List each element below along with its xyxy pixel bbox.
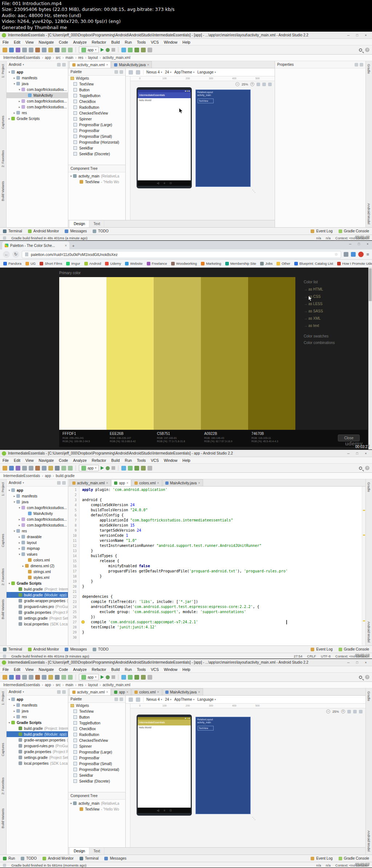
tool-window-button[interactable]: Terminal xyxy=(3,647,22,651)
toolbar-icon[interactable] xyxy=(61,48,66,52)
tree-item[interactable]: ▸ manifests xyxy=(7,493,68,499)
color-swatch[interactable] xyxy=(201,277,248,430)
close-button[interactable]: × xyxy=(361,32,370,39)
device-preview[interactable]: IntermediateEssentials Hello World! ◁○□ xyxy=(137,715,192,816)
breadcrumb-item[interactable]: app xyxy=(40,56,51,60)
debug-button[interactable] xyxy=(106,675,110,679)
tool-window-button[interactable]: Event Log xyxy=(311,856,332,860)
tree-item[interactable]: ▸ dimens.xml (2) xyxy=(7,563,68,569)
tab-close-icon[interactable]: × xyxy=(106,481,108,485)
tree-item[interactable]: ▸ mipmap xyxy=(7,545,68,551)
toolbar-icon[interactable] xyxy=(48,675,53,680)
tree-item[interactable]: gradle.properties (Project Properties) xyxy=(7,609,68,615)
tree-item[interactable]: ▸ res xyxy=(7,714,68,720)
language-selector[interactable]: Language xyxy=(197,70,216,74)
toolbar-icon[interactable] xyxy=(147,466,152,471)
expand-arrow-icon[interactable]: ▾ xyxy=(7,582,11,585)
tool-window-button[interactable]: Android Monitor xyxy=(28,647,59,651)
menu-item[interactable]: Run xyxy=(122,667,134,672)
tool-window-button[interactable]: 2: Favorites xyxy=(1,568,5,585)
toolbar-icon[interactable] xyxy=(68,675,73,680)
android-model-tool-button[interactable]: Android Model xyxy=(367,831,371,852)
tree-item[interactable]: ▸ manifests xyxy=(7,702,68,708)
menu-item[interactable]: Help xyxy=(180,667,193,672)
menu-item[interactable]: Build xyxy=(109,458,122,463)
breadcrumb-item[interactable]: res xyxy=(73,56,83,60)
expand-arrow-icon[interactable]: ▸ xyxy=(12,76,16,80)
toolbar-icon[interactable] xyxy=(3,48,7,52)
editor-tab[interactable]: activity_main.xml × xyxy=(69,61,111,68)
menu-item[interactable]: Tools xyxy=(134,458,149,463)
toolbar-icon[interactable] xyxy=(29,48,33,52)
palette-item[interactable]: TextView xyxy=(68,81,125,87)
tree-item[interactable]: ▸ com.bagoftricksstudios... xyxy=(7,522,68,528)
breadcrumb-item[interactable]: IntermediateEssentials xyxy=(3,474,40,478)
breadcrumb-item[interactable]: app xyxy=(40,474,51,478)
palette-item[interactable]: ProgressBar (Large) xyxy=(68,122,125,128)
device-selector[interactable]: Nexus 4 xyxy=(146,70,162,74)
menu-item[interactable]: File xyxy=(0,40,11,44)
palette-item[interactable]: RadioButton xyxy=(68,732,125,737)
tree-item[interactable]: local.properties (SDK Location) xyxy=(7,760,68,766)
tree-item[interactable]: MainActivity xyxy=(7,511,68,516)
color-swatch[interactable] xyxy=(248,277,295,430)
toolbar-icon[interactable] xyxy=(9,675,14,680)
language-selector[interactable]: Language xyxy=(197,697,216,701)
url-text[interactable]: paletton.com/#uid=11z0u0kPoM1lxsdGtUnok8… xyxy=(31,252,332,257)
tree-item[interactable]: styles.xml xyxy=(7,575,68,580)
panel-section-label[interactable]: Color swatches xyxy=(304,334,335,341)
palette-item[interactable]: SeekBar (Discrete) xyxy=(68,151,125,157)
menu-item[interactable]: Edit xyxy=(11,667,23,672)
run-configuration-selector[interactable]: app xyxy=(79,465,99,471)
settings-gear-icon[interactable] xyxy=(57,481,61,485)
window-titlebar[interactable]: IntermediateEssentials - [C:\Users\jeff_… xyxy=(0,659,372,666)
palette-item[interactable]: Spinner xyxy=(68,116,125,122)
debug-button[interactable] xyxy=(106,48,110,52)
tree-item[interactable]: build.gradle (Module: app) xyxy=(7,592,68,598)
expand-arrow-icon[interactable]: ▸ xyxy=(12,495,16,498)
show-design-icon[interactable] xyxy=(129,70,133,75)
tool-window-button[interactable]: Run xyxy=(3,856,15,860)
status-widget[interactable]: n/a xyxy=(326,236,331,240)
toolbar-icon[interactable] xyxy=(35,48,40,52)
breadcrumb-item[interactable]: src xyxy=(51,56,61,60)
bookmark-item[interactable]: Pandora xyxy=(3,261,21,265)
menu-item[interactable]: Window xyxy=(161,40,180,44)
bookmark-item[interactable]: How I Promote Udem... xyxy=(337,261,372,265)
tree-item[interactable]: strings.xml xyxy=(7,569,68,575)
component-tree-item[interactable]: ▾ activity_main(RelativeLa xyxy=(68,800,125,806)
editor-tab[interactable]: app × xyxy=(111,688,131,695)
notifications-bell-icon[interactable] xyxy=(359,710,363,713)
menu-item[interactable]: Code xyxy=(56,458,70,463)
tool-window-button[interactable]: 2: Favorites xyxy=(1,150,5,167)
palette-item[interactable]: ProgressBar (Small) xyxy=(68,761,125,767)
project-view-selector[interactable]: Android xyxy=(9,481,21,485)
toolbar-icon[interactable] xyxy=(141,466,146,471)
editor-tab[interactable]: MainActivity.java × xyxy=(162,688,203,695)
bookmark-item[interactable]: UG xyxy=(25,261,36,265)
tree-item[interactable]: ▸ res xyxy=(7,110,68,116)
tree-item[interactable]: ▸ drawable xyxy=(7,534,68,540)
tree-item[interactable]: settings.gradle (Project Settings) xyxy=(7,755,68,760)
palette-item[interactable]: RadioButton xyxy=(68,104,125,110)
expand-arrow-icon[interactable]: ▾ xyxy=(12,82,16,85)
tool-window-button[interactable]: 2: Favorites xyxy=(1,777,5,795)
palette-view-icon[interactable] xyxy=(114,70,118,74)
browser-menu-icon[interactable]: ≡ xyxy=(366,252,369,257)
toolbar-icon[interactable] xyxy=(29,466,33,471)
toolbar-icon[interactable] xyxy=(35,675,40,680)
bookmark-item[interactable]: Jobs xyxy=(260,261,272,265)
menu-item[interactable]: Edit xyxy=(11,40,23,44)
palette-item[interactable]: TextView xyxy=(68,708,125,714)
tool-window-button[interactable]: Captures xyxy=(1,743,5,756)
menu-item[interactable]: VCS xyxy=(148,667,161,672)
stop-button[interactable] xyxy=(112,466,115,470)
collapse-all-icon[interactable] xyxy=(62,481,66,485)
tab-close-icon[interactable]: × xyxy=(198,481,200,485)
status-widget[interactable]: UTF-8 xyxy=(321,654,331,658)
export-link[interactable]: as SASS xyxy=(304,309,335,316)
breadcrumb-item[interactable]: activity_main.xml xyxy=(98,683,130,687)
tree-item[interactable]: ▸ com.bagoftricksstudios... xyxy=(7,98,68,104)
tree-item[interactable]: ▾ values xyxy=(7,551,68,557)
menu-item[interactable]: Window xyxy=(161,667,180,672)
